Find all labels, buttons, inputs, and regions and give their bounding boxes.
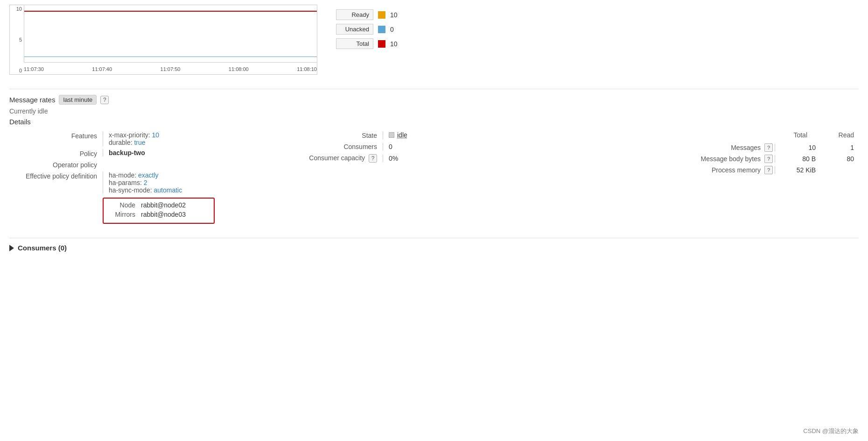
state-text: idle bbox=[397, 131, 407, 139]
details-section: Features x-max-priority: 10 durable: tru… bbox=[9, 131, 859, 227]
durable-val: true bbox=[134, 139, 145, 146]
state-label: State bbox=[308, 132, 383, 139]
chart-inner bbox=[24, 5, 317, 63]
details-header: Details bbox=[9, 118, 859, 126]
chart-section: 10 5 0 11:07:30 11:07:40 11:07:50 11:08:… bbox=[9, 5, 859, 79]
features-value: x-max-priority: 10 durable: true bbox=[103, 131, 308, 146]
state-indicator: idle bbox=[389, 131, 407, 139]
messages-label: Messages bbox=[731, 144, 764, 151]
message-body-total-value: 80 B bbox=[775, 155, 821, 163]
consumer-capacity-label: Consumer capacity ? bbox=[308, 154, 383, 163]
legend-row-unacked: Unacked 0 bbox=[336, 24, 398, 35]
features-row: Features x-max-priority: 10 durable: tru… bbox=[9, 131, 308, 146]
message-body-help[interactable]: ? bbox=[764, 155, 773, 163]
x-label-4: 11:08:00 bbox=[229, 66, 249, 72]
message-body-label: Message body bytes bbox=[701, 155, 764, 163]
messages-total-value: 10 bbox=[775, 144, 821, 151]
process-memory-total-value: 52 KiB bbox=[775, 166, 821, 174]
ha-mode-val: exactly bbox=[138, 171, 159, 179]
x-label-3: 11:07:50 bbox=[161, 66, 181, 72]
process-memory-help[interactable]: ? bbox=[764, 166, 773, 174]
details-left: Features x-max-priority: 10 durable: tru… bbox=[9, 131, 308, 227]
ha-mode-key: ha-mode: bbox=[109, 171, 136, 179]
legend-total-color bbox=[378, 40, 385, 48]
message-rates-badge[interactable]: last minute bbox=[59, 95, 97, 105]
node-label: Node bbox=[108, 201, 141, 209]
mirrors-value: rabbit@node03 bbox=[141, 211, 186, 218]
legend-row-total: Total 10 bbox=[336, 38, 398, 49]
xmax-priority-key: x-max-priority: bbox=[109, 131, 150, 139]
stats-header-row: Total Read bbox=[504, 131, 859, 139]
y-label-5: 5 bbox=[19, 37, 22, 43]
consumers-count-value: 0 bbox=[383, 143, 392, 150]
policy-value: backup-two bbox=[103, 149, 308, 156]
legend-area: Ready 10 Unacked 0 Total 10 bbox=[336, 5, 398, 75]
effective-policy-value: ha-mode: exactly ha-params: 2 ha-sync-mo… bbox=[103, 171, 308, 194]
xmax-priority-val: 10 bbox=[152, 131, 160, 139]
stats-process-memory-row: Process memory ? 52 KiB bbox=[504, 166, 859, 174]
process-memory-label: Process memory bbox=[712, 166, 764, 174]
stats-table: Total Read Messages ? 10 1 Message body … bbox=[504, 131, 859, 174]
stats-read-header: Read bbox=[812, 131, 859, 139]
node-row: Node rabbit@node02 bbox=[108, 201, 209, 209]
ha-sync-mode-key: ha-sync-mode: bbox=[109, 186, 152, 194]
details-right: Total Read Messages ? 10 1 Message body … bbox=[504, 131, 859, 227]
node-mirrors-box: Node rabbit@node02 Mirrors rabbit@node03 bbox=[103, 198, 215, 224]
state-dot bbox=[389, 132, 394, 138]
divider-1 bbox=[9, 89, 859, 89]
legend-ready-value: 10 bbox=[390, 11, 398, 19]
chart-y-labels: 10 5 0 bbox=[10, 5, 24, 74]
consumer-capacity-row: Consumer capacity ? 0% bbox=[308, 154, 504, 163]
chart-line-red bbox=[24, 11, 317, 12]
effective-policy-row: Effective policy definition ha-mode: exa… bbox=[9, 171, 308, 194]
policy-value-text[interactable]: backup-two bbox=[109, 149, 145, 156]
effective-policy-label: Effective policy definition bbox=[9, 171, 103, 180]
consumer-capacity-value: 0% bbox=[383, 155, 398, 162]
x-label-2: 11:07:40 bbox=[92, 66, 112, 72]
chart-area: 10 5 0 11:07:30 11:07:40 11:07:50 11:08:… bbox=[9, 5, 317, 75]
operator-policy-row: Operator policy bbox=[9, 160, 308, 169]
stats-messages-row: Messages ? 10 1 bbox=[504, 143, 859, 152]
legend-total-label: Total bbox=[336, 38, 373, 49]
ha-params-val: 2 bbox=[144, 179, 147, 186]
ha-params-key: ha-params: bbox=[109, 179, 142, 186]
idle-text: Currently idle bbox=[9, 107, 859, 115]
consumers-section-label: Consumers (0) bbox=[18, 244, 67, 252]
legend-row-ready: Ready 10 bbox=[336, 9, 398, 20]
message-rates-header: Message rates last minute ? bbox=[9, 93, 859, 105]
y-label-10: 10 bbox=[16, 6, 22, 12]
x-label-1: 11:07:30 bbox=[24, 66, 44, 72]
messages-help[interactable]: ? bbox=[764, 143, 773, 152]
consumers-section: Consumers (0) bbox=[9, 238, 859, 252]
stats-total-header: Total bbox=[765, 131, 812, 139]
message-rates-label: Message rates bbox=[9, 96, 55, 104]
policy-row: Policy backup-two bbox=[9, 149, 308, 157]
watermark: CSDN @溜达的大象 bbox=[803, 427, 859, 435]
operator-policy-label: Operator policy bbox=[9, 160, 103, 169]
chart-line-blue bbox=[24, 57, 317, 57]
durable-key: durable: bbox=[109, 139, 133, 146]
consumers-toggle[interactable]: Consumers (0) bbox=[9, 244, 859, 252]
messages-read-value: 1 bbox=[821, 144, 859, 151]
legend-ready-color bbox=[378, 11, 385, 19]
triangle-icon bbox=[9, 245, 14, 251]
chart-x-labels: 11:07:30 11:07:40 11:07:50 11:08:00 11:0… bbox=[24, 64, 317, 74]
y-label-0: 0 bbox=[19, 68, 22, 73]
consumers-count-row: Consumers 0 bbox=[308, 143, 504, 150]
legend-ready-label: Ready bbox=[336, 9, 373, 20]
consumer-capacity-help[interactable]: ? bbox=[369, 154, 377, 163]
details-middle: State idle Consumers 0 Consumer capacity… bbox=[308, 131, 504, 227]
ha-sync-mode-val: automatic bbox=[154, 186, 182, 194]
mirrors-label: Mirrors bbox=[108, 211, 141, 218]
mirrors-row: Mirrors rabbit@node03 bbox=[108, 211, 209, 218]
consumers-count-label: Consumers bbox=[308, 143, 383, 150]
message-rates-help[interactable]: ? bbox=[100, 96, 109, 104]
message-body-read-value: 80 bbox=[821, 155, 859, 163]
node-mirrors-container: Node rabbit@node02 Mirrors rabbit@node03 bbox=[9, 198, 308, 224]
stats-message-body-row: Message body bytes ? 80 B 80 bbox=[504, 155, 859, 163]
node-value: rabbit@node02 bbox=[141, 201, 186, 209]
state-value-cell: idle bbox=[383, 131, 407, 139]
node-mirrors-placeholder-label bbox=[9, 198, 103, 199]
features-label: Features bbox=[9, 131, 103, 140]
state-row: State idle bbox=[308, 131, 504, 139]
